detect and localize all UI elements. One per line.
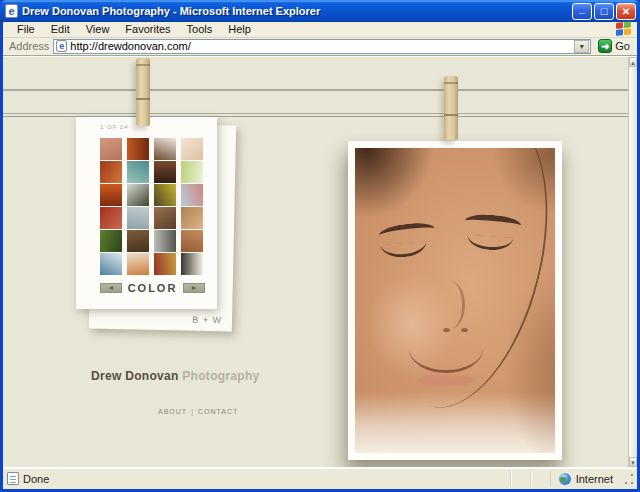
thumbnail-5[interactable]: [100, 161, 122, 183]
prev-arrow-button[interactable]: [100, 283, 122, 293]
page-content: B + W 1 OF 24 COLOR: [3, 56, 637, 467]
thumbnail-20[interactable]: [181, 230, 203, 252]
browser-window: e Drew Donovan Photography - Microsoft I…: [0, 0, 640, 492]
scroll-down-icon[interactable]: [629, 457, 637, 467]
address-label: Address: [9, 40, 49, 52]
status-pane: [511, 471, 531, 487]
site-nav: ABOUT | CONTACT: [158, 408, 238, 415]
go-label: Go: [615, 40, 630, 52]
clothespin-right: [444, 76, 458, 140]
thumbnail-7[interactable]: [154, 161, 176, 183]
window-title: Drew Donovan Photography - Microsoft Int…: [22, 5, 572, 17]
menu-item-tools[interactable]: Tools: [179, 22, 221, 37]
menu-item-favorites[interactable]: Favorites: [117, 22, 178, 37]
color-card: 1 OF 24 COLOR: [76, 117, 217, 309]
menu-item-view[interactable]: View: [78, 22, 118, 37]
menu-items: FileEditViewFavoritesToolsHelp: [9, 22, 259, 37]
address-dropdown-icon[interactable]: [574, 40, 589, 53]
status-bar: Done Internet: [3, 467, 637, 489]
scroll-up-icon[interactable]: [629, 57, 637, 67]
thumbnail-8[interactable]: [181, 161, 203, 183]
thumbnail-24[interactable]: [181, 253, 203, 275]
thumbnail-9[interactable]: [100, 184, 122, 206]
minimize-button[interactable]: [572, 3, 592, 20]
thumbnail-17[interactable]: [100, 230, 122, 252]
clothesline-lower: [3, 113, 628, 114]
thumbnail-6[interactable]: [127, 161, 149, 183]
thumbnail-1[interactable]: [100, 138, 122, 160]
window-ie-icon: e: [5, 4, 18, 18]
thumbnail-2[interactable]: [127, 138, 149, 160]
thumbnail-12[interactable]: [181, 184, 203, 206]
nav-link-contact[interactable]: CONTACT: [198, 408, 238, 415]
vertical-scrollbar[interactable]: [628, 57, 637, 467]
resize-grip[interactable]: [623, 471, 635, 487]
thumbnail-16[interactable]: [181, 207, 203, 229]
clothespin-left: [136, 58, 150, 126]
thumbnail-19[interactable]: [154, 230, 176, 252]
thumbnail-15[interactable]: [154, 207, 176, 229]
menu-item-help[interactable]: Help: [220, 22, 259, 37]
menu-bar: FileEditViewFavoritesToolsHelp: [3, 22, 637, 38]
status-pane: [531, 471, 551, 487]
site-logo-name: Drew Donovan: [91, 369, 179, 383]
status-page-icon: [7, 472, 19, 485]
title-bar[interactable]: e Drew Donovan Photography - Microsoft I…: [0, 0, 640, 22]
thumbnail-4[interactable]: [181, 138, 203, 160]
thumbnail-10[interactable]: [127, 184, 149, 206]
thumbnail-18[interactable]: [127, 230, 149, 252]
maximize-button[interactable]: [594, 3, 614, 20]
thumbnail-23[interactable]: [154, 253, 176, 275]
nav-link-about[interactable]: ABOUT: [158, 408, 187, 415]
thumbnail-11[interactable]: [154, 184, 176, 206]
nav-separator: |: [191, 408, 194, 415]
url-page-icon: e: [56, 40, 67, 52]
thumbnail-14[interactable]: [127, 207, 149, 229]
site-logo: Drew Donovan Photography: [91, 369, 260, 383]
photo-counter: 1 OF 24: [100, 124, 211, 130]
go-button[interactable]: Go: [595, 39, 633, 53]
internet-globe-icon: [559, 473, 571, 485]
featured-photo-image: [355, 148, 555, 453]
site-logo-suffix: Photography: [182, 369, 259, 383]
bw-label[interactable]: B + W: [192, 315, 222, 326]
color-label: COLOR: [128, 282, 178, 294]
address-bar: Address e http://drewdonovan.com/ Go: [3, 38, 637, 56]
close-button[interactable]: [616, 3, 636, 20]
thumbnail-13[interactable]: [100, 207, 122, 229]
status-message: Done: [23, 473, 49, 485]
address-input[interactable]: e http://drewdonovan.com/: [53, 39, 591, 54]
status-zone-label: Internet: [576, 473, 613, 485]
go-arrow-icon: [598, 39, 612, 53]
windows-logo-icon: [616, 21, 633, 38]
menu-item-edit[interactable]: Edit: [43, 22, 78, 37]
menu-item-file[interactable]: File: [9, 22, 43, 37]
clothesline-upper: [3, 89, 628, 91]
thumbnail-grid: [100, 138, 211, 275]
featured-photo[interactable]: [348, 141, 562, 460]
url-text[interactable]: http://drewdonovan.com/: [70, 40, 574, 52]
thumbnail-22[interactable]: [127, 253, 149, 275]
thumbnail-3[interactable]: [154, 138, 176, 160]
thumbnail-21[interactable]: [100, 253, 122, 275]
next-arrow-button[interactable]: [183, 283, 205, 293]
